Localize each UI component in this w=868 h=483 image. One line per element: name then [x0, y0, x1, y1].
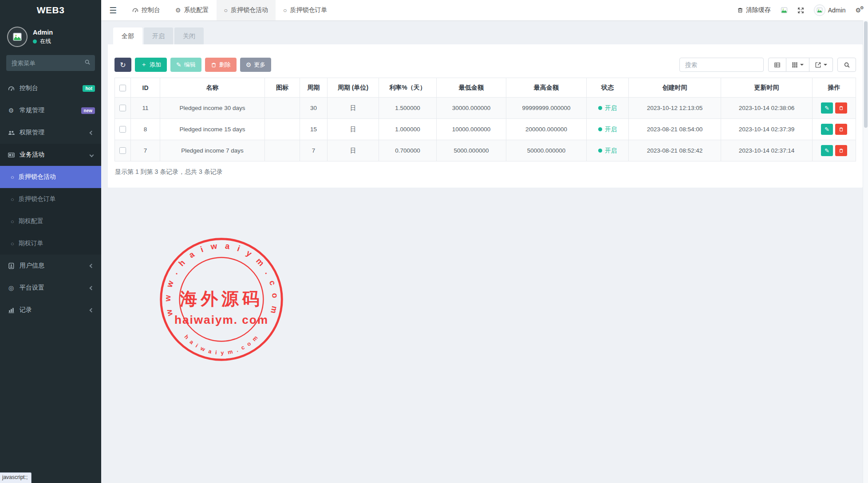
vertical-scrollbar[interactable] — [863, 20, 868, 483]
sidebar: WEB3 Admin 在线 控制台 hot — [0, 0, 101, 483]
dashboard-icon — [132, 7, 138, 13]
sidebar-item-business[interactable]: 业务活动 — [0, 144, 101, 166]
filter-tab-open[interactable]: 开启 — [144, 27, 173, 44]
cell-cycle: 15 — [300, 119, 327, 140]
tab-pledge-activity[interactable]: ○ 质押锁仓活动 — [217, 0, 276, 20]
tab-system-config[interactable]: ⚙ 系统配置 — [168, 0, 217, 20]
col-id: ID — [131, 78, 160, 98]
cell-cycle-unit: 日 — [327, 140, 379, 161]
row-delete-button[interactable] — [835, 145, 847, 156]
view-button-group — [768, 58, 833, 72]
online-dot-icon — [33, 39, 37, 43]
status-dot-icon — [598, 149, 602, 153]
sidebar-item-platform[interactable]: ◎ 平台设置 — [0, 277, 101, 299]
sidebar-subitem-label: 质押锁仓活动 — [19, 173, 56, 181]
row-edit-button[interactable]: ✎ — [821, 102, 833, 114]
sidebar-item-label: 业务活动 — [20, 151, 44, 159]
sidebar-item-label: 常规管理 — [20, 106, 44, 114]
sidebar-item-dashboard[interactable]: 控制台 hot — [0, 77, 101, 99]
table-search-input[interactable] — [679, 58, 764, 72]
col-min-amount: 最低金额 — [437, 78, 506, 98]
cell-id: 8 — [131, 119, 160, 140]
caret-down-icon — [824, 64, 827, 66]
filter-tab-closed[interactable]: 关闭 — [174, 27, 204, 44]
chevron-left-icon — [90, 286, 94, 290]
table-header-row: ID 名称 图标 周期 周期 (单位) 利率%（天） 最低金额 最高金额 状态 … — [115, 78, 856, 98]
data-table: ID 名称 图标 周期 周期 (单位) 利率%（天） 最低金额 最高金额 状态 … — [114, 78, 856, 161]
refresh-button[interactable]: ↻ — [114, 58, 131, 72]
browser-status-tooltip: javascript:; — [0, 472, 32, 483]
row-delete-button[interactable] — [835, 124, 847, 135]
cell-icon — [265, 119, 300, 140]
cell-id: 7 — [131, 140, 160, 161]
filter-tab-all[interactable]: 全部 — [113, 27, 142, 44]
row-checkbox[interactable] — [119, 147, 126, 154]
address-book-icon — [7, 263, 15, 269]
sidebar-item-userinfo[interactable]: 用户信息 — [0, 255, 101, 277]
dashboard-icon — [7, 85, 15, 92]
user-menu[interactable]: Admin — [814, 4, 846, 16]
delete-button[interactable]: 删除 — [205, 58, 237, 72]
cell-rate: 1.500000 — [379, 98, 437, 119]
tab-label: 质押锁仓订单 — [290, 6, 327, 14]
toolbar-right — [679, 58, 856, 72]
col-cycle: 周期 — [300, 78, 327, 98]
sidebar-item-pledge-activity[interactable]: ○ 质押锁仓活动 — [0, 166, 101, 188]
clear-cache-button[interactable]: 清除缓存 — [737, 6, 771, 14]
row-edit-button[interactable]: ✎ — [821, 124, 833, 135]
fullscreen-button[interactable] — [797, 7, 804, 14]
topbar-actions: 清除缓存 Admin ⚙⚙ — [737, 4, 868, 16]
tab-pledge-orders[interactable]: ○ 质押锁仓订单 — [276, 0, 335, 20]
cell-max-amount: 50000.000000 — [506, 140, 587, 161]
sidebar-item-pledge-orders[interactable]: ○ 质押锁仓订单 — [0, 188, 101, 210]
cell-max-amount: 99999999.000000 — [506, 98, 587, 119]
sidebar-item-label: 控制台 — [20, 84, 38, 92]
sidebar-item-records[interactable]: 记录 — [0, 299, 101, 321]
sidebar-item-general[interactable]: ⚙ 常规管理 new — [0, 99, 101, 122]
cogs-icon: ⚙ — [7, 107, 15, 114]
col-status: 状态 — [587, 78, 629, 98]
user-name: Admin — [33, 29, 53, 36]
trash-icon — [211, 62, 217, 68]
tab-dashboard[interactable]: 控制台 — [125, 0, 168, 20]
col-icon: 图标 — [265, 78, 300, 98]
chevron-left-icon — [90, 308, 94, 312]
broken-image-icon — [781, 7, 788, 14]
main-area: ☰ 控制台 ⚙ 系统配置 ○ 质押锁仓活动 ○ 质押锁仓订单 — [101, 0, 868, 483]
hot-badge: hot — [83, 85, 95, 92]
search-toggle-button[interactable] — [837, 58, 856, 72]
edit-button[interactable]: ✎编辑 — [170, 58, 201, 72]
export-button[interactable] — [809, 58, 833, 72]
circle-icon: ○ — [11, 196, 14, 203]
new-badge: new — [81, 107, 95, 114]
cell-min-amount: 5000.000000 — [437, 140, 506, 161]
row-delete-button[interactable] — [835, 102, 847, 114]
hamburger-menu-icon[interactable]: ☰ — [101, 5, 125, 16]
row-checkbox[interactable] — [119, 126, 126, 133]
table-card: ↻ ＋添加 ✎编辑 删除 ⚙更多 — [108, 44, 863, 188]
settings-button[interactable]: ⚙⚙ — [855, 7, 861, 14]
cell-max-amount: 200000.000000 — [506, 119, 587, 140]
status-badge: 开启 — [598, 104, 617, 112]
sidebar-item-label: 平台设置 — [20, 284, 44, 292]
app-brand: WEB3 — [0, 0, 101, 20]
columns-button[interactable] — [786, 58, 809, 72]
sidebar-item-option-config[interactable]: ○ 期权配置 — [0, 210, 101, 232]
pencil-icon: ✎ — [825, 105, 829, 111]
select-all-checkbox[interactable] — [119, 85, 126, 91]
gear-icon: ⚙ — [175, 7, 181, 14]
add-button[interactable]: ＋添加 — [135, 58, 167, 72]
row-edit-button[interactable]: ✎ — [821, 145, 833, 156]
sidebar-item-option-orders[interactable]: ○ 期权订单 — [0, 232, 101, 255]
more-button[interactable]: ⚙更多 — [240, 58, 272, 72]
row-checkbox[interactable] — [119, 105, 126, 111]
sidebar-item-permissions[interactable]: 权限管理 — [0, 122, 101, 144]
scrollbar-thumb[interactable] — [864, 21, 868, 128]
detail-view-button[interactable] — [768, 58, 786, 72]
add-label: 添加 — [150, 61, 161, 69]
circle-icon: ○ — [11, 174, 14, 181]
language-button[interactable] — [781, 7, 788, 14]
grid-icon — [792, 62, 798, 68]
sidebar-search-input[interactable] — [6, 55, 95, 71]
chevron-left-icon — [90, 263, 94, 268]
